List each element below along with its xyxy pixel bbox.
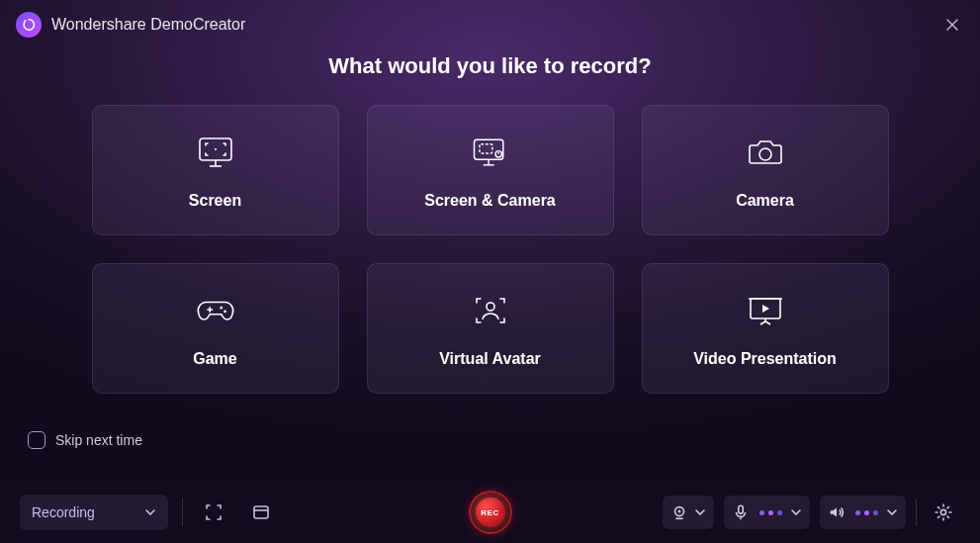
option-card-video-presentation[interactable]: Video Presentation [642,263,889,394]
capture-area-button[interactable] [197,496,230,529]
option-label: Screen & Camera [424,192,556,210]
gamepad-icon [194,289,237,332]
close-button[interactable] [940,13,964,37]
skip-row: Skip next time [28,431,142,449]
titlebar-left: Wondershare DemoCreator [16,12,245,38]
chevron-down-icon [144,506,156,518]
svg-marker-19 [762,305,769,313]
svg-point-28 [940,509,945,514]
svg-line-21 [760,321,765,324]
option-card-camera[interactable]: Camera [642,105,889,235]
skip-checkbox[interactable] [28,431,45,449]
speaker-icon [828,503,846,521]
options-grid: Screen Screen & Camera Camera [0,105,980,394]
level-dots [851,510,880,515]
separator [916,498,917,526]
app-title: Wondershare DemoCreator [51,16,245,34]
screen-camera-icon [469,131,512,174]
avatar-focus-icon [469,289,512,332]
window-icon [251,502,271,522]
gear-icon [934,502,953,522]
page-heading: What would you like to record? [0,53,980,79]
mode-select-label: Recording [32,504,95,520]
presentation-icon [744,289,787,332]
mode-select[interactable]: Recording [20,495,168,530]
svg-point-15 [223,311,226,314]
chevron-down-icon [886,506,898,518]
chevron-down-icon [694,506,706,518]
settings-button[interactable] [927,496,960,529]
chevron-down-icon [790,506,802,518]
option-card-virtual-avatar[interactable]: Virtual Avatar [367,263,614,394]
option-card-screen-camera[interactable]: Screen & Camera [367,105,614,235]
bottombar: Recording REC [0,482,980,543]
speaker-select[interactable] [820,496,906,529]
camera-icon [744,131,787,174]
option-label: Video Presentation [693,350,837,368]
svg-point-10 [497,152,499,154]
svg-point-11 [759,148,771,160]
option-label: Game [193,350,236,368]
option-label: Virtual Avatar [439,350,541,368]
titlebar: Wondershare DemoCreator [0,0,980,45]
svg-point-0 [25,20,27,22]
option-card-game[interactable]: Game [92,263,339,394]
webcam-select[interactable] [663,496,714,529]
svg-point-16 [487,303,494,311]
app-logo-icon [16,12,42,38]
webcam-icon [670,503,688,521]
right-controls [663,496,960,529]
separator [182,498,183,526]
microphone-select[interactable] [724,496,810,529]
svg-rect-23 [254,506,268,518]
skip-label: Skip next time [55,432,142,448]
svg-point-26 [678,510,681,513]
svg-rect-27 [739,505,744,513]
svg-line-22 [765,321,770,324]
selection-icon [204,502,223,522]
option-label: Camera [736,192,794,210]
record-icon: REC [476,498,505,527]
window-select-button[interactable] [244,496,278,529]
svg-point-9 [495,151,501,157]
svg-point-14 [220,307,223,310]
screen-icon [194,131,237,174]
svg-point-4 [215,148,217,150]
option-card-screen[interactable]: Screen [92,105,339,235]
microphone-icon [732,503,750,521]
level-dots [756,510,784,515]
option-label: Screen [189,192,241,210]
svg-rect-8 [480,144,492,153]
record-button[interactable]: REC [469,491,512,534]
